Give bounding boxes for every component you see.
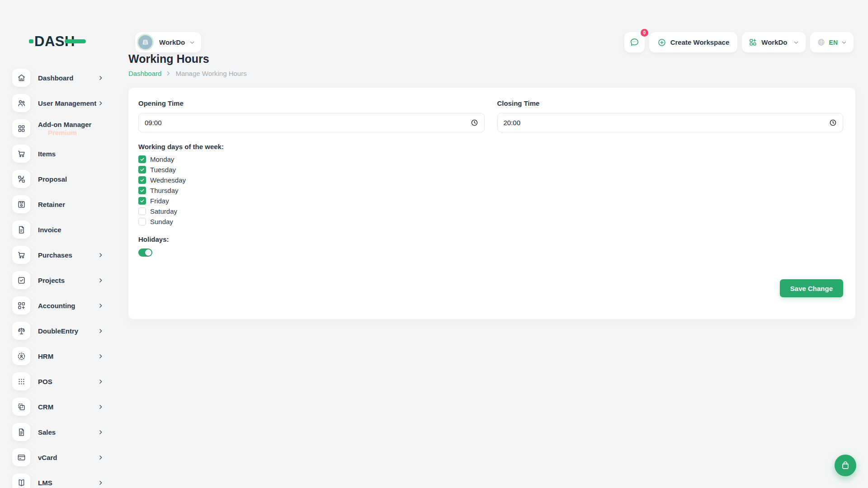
proposal-icon [12,170,30,188]
breadcrumb: Dashboard Manage Working Hours [128,70,855,77]
day-label: Monday [150,155,174,163]
pos-icon [12,372,30,390]
save-change-button[interactable]: Save Change [780,279,843,297]
cart-fab-button[interactable] [835,455,856,476]
chevron-right-icon [98,75,104,81]
day-row-thursday: Thursday [138,187,843,194]
closing-time-input[interactable] [497,113,844,132]
chevron-right-icon [98,379,104,385]
language-selector[interactable]: EN [810,32,854,52]
messages-button[interactable]: 0 [624,32,645,52]
checkbox-friday[interactable] [138,197,146,205]
shopping-bag-icon [840,460,850,470]
sidebar-item-invoice[interactable]: Invoice [0,217,116,242]
workspace-selector[interactable]: WorkDo [135,32,201,52]
sidebar-item-label: User Management [38,99,96,108]
page-title: Working Hours [128,52,855,66]
working-days-list: MondayTuesdayWednesdayThursdayFridaySatu… [138,155,843,225]
checkbox-saturday[interactable] [138,207,146,215]
chevron-right-icon [98,353,104,359]
sidebar-item-purchases[interactable]: Purchases [0,242,116,267]
sidebar-item-label: Add-on Manager [38,120,91,129]
working-hours-card: Opening Time Closing Time Working [128,88,855,319]
chevron-right-icon [98,277,104,283]
crm-icon [12,398,30,416]
workspace-dropdown[interactable]: WorkDo [742,32,805,52]
cart-icon [12,246,30,264]
sidebar-item-sublabel: Premium [38,129,91,136]
day-label: Thursday [150,187,179,194]
hrm-icon [12,347,30,365]
grid-plus-icon [749,38,757,47]
checkbox-sunday[interactable] [138,218,146,225]
holidays-toggle[interactable] [138,249,152,257]
chevron-right-icon [98,252,104,258]
messages-count-badge: 0 [641,29,648,37]
create-workspace-button[interactable]: Create Workspace [649,32,738,52]
sidebar-item-dashboard[interactable]: Dashboard [0,65,116,90]
checkbox-monday[interactable] [138,155,146,163]
plus-circle-icon [657,38,666,47]
logo-dash-icon [65,39,86,43]
sidebar-item-hrm[interactable]: HRM [0,343,116,369]
workspace-dropdown-label: WorkDo [761,38,787,46]
home-icon [12,69,30,87]
chevron-down-icon [841,40,847,45]
checkbox-thursday[interactable] [138,187,146,194]
sidebar-item-label: Invoice [38,225,61,234]
create-workspace-label: Create Workspace [670,38,730,46]
sidebar-item-retainer[interactable]: Retainer [0,192,116,217]
sidebar-item-doubleentry[interactable]: DoubleEntry [0,318,116,343]
chevron-right-icon [98,480,104,486]
day-label: Sunday [150,218,173,225]
chevron-right-icon [98,429,104,435]
sidebar-item-sales[interactable]: Sales [0,419,116,445]
sidebar-item-lms[interactable]: LMS [0,470,116,488]
opening-time-input[interactable] [138,113,485,132]
day-row-friday: Friday [138,197,843,205]
sales-icon [12,423,30,441]
checkbox-tuesday[interactable] [138,166,146,174]
breadcrumb-dashboard-link[interactable]: Dashboard [128,70,161,77]
language-code: EN [829,39,838,46]
sidebar-item-user-management[interactable]: User Management [0,90,116,116]
app-logo[interactable]: DASH [29,33,75,50]
sidebar-nav: DashboardUser ManagementAdd-on ManagerPr… [0,65,116,488]
sidebar-item-label: Purchases [38,251,72,259]
day-row-monday: Monday [138,155,843,163]
sidebar-item-items[interactable]: Items [0,141,116,166]
chevron-right-icon [98,100,104,106]
working-days-label: Working days of the week: [138,143,843,150]
scale-icon [12,322,30,340]
sidebar-item-label: Projects [38,276,65,285]
day-row-wednesday: Wednesday [138,176,843,184]
sidebar-item-add-on-manager[interactable]: Add-on ManagerPremium [0,116,116,141]
opening-time-label: Opening Time [138,99,485,107]
sidebar-item-crm[interactable]: CRM [0,394,116,419]
sidebar-item-label: HRM [38,352,53,361]
sidebar-item-label: Dashboard [38,74,73,82]
holidays-label: Holidays: [138,235,843,243]
checkbox-wednesday[interactable] [138,176,146,184]
chat-icon [629,37,640,47]
sidebar: DASH DashboardUser ManagementAdd-on Mana… [0,0,116,488]
sidebar-item-label: CRM [38,403,53,411]
workspace-avatar [137,34,154,51]
sidebar-item-pos[interactable]: POS [0,369,116,394]
sidebar-item-label: Items [38,150,56,158]
sidebar-item-vcard[interactable]: vCard [0,445,116,470]
breadcrumb-current: Manage Working Hours [175,70,246,77]
sidebar-item-label: vCard [38,453,57,462]
chevron-right-icon [98,455,104,460]
sidebar-item-label: Accounting [38,301,75,310]
sidebar-item-proposal[interactable]: Proposal [0,166,116,192]
chevron-down-icon [793,40,799,45]
retainer-icon [12,195,30,213]
addon-icon [12,119,30,137]
day-row-sunday: Sunday [138,218,843,225]
day-label: Saturday [150,207,177,215]
sidebar-item-projects[interactable]: Projects [0,267,116,293]
chevron-down-icon [189,40,195,45]
chevron-right-icon [166,71,171,76]
sidebar-item-accounting[interactable]: Accounting [0,293,116,318]
